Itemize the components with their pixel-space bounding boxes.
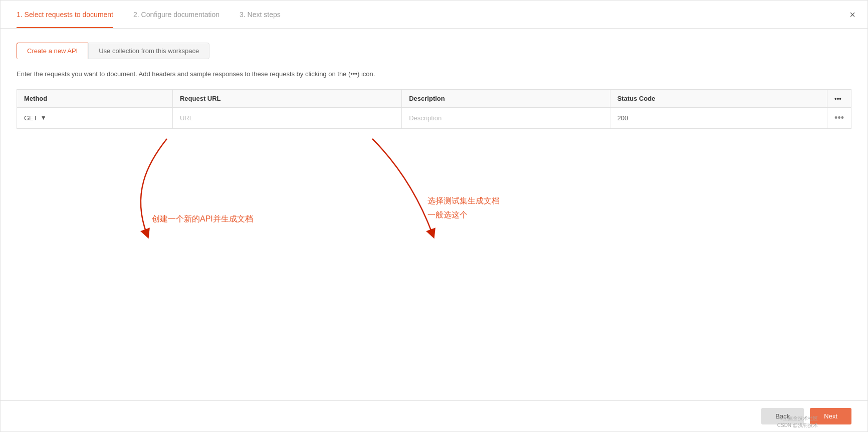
arrow-right-icon — [357, 134, 448, 244]
annotation-right-text: 选择测试集生成文档 一般选这个 — [427, 194, 500, 223]
table-row: GET ▼ URL Description 200 ••• — [17, 107, 851, 128]
method-label: GET — [24, 114, 38, 122]
create-new-api-button[interactable]: Create a new API — [17, 43, 88, 59]
col-method: Method — [17, 89, 173, 107]
method-cell: GET ▼ — [17, 107, 173, 128]
arrow-left-icon — [117, 134, 187, 244]
col-description: Description — [402, 89, 610, 107]
description-text: Enter the requests you want to document.… — [17, 69, 851, 79]
modal-body: Create a new API Use collection from thi… — [1, 29, 867, 400]
annotation-area: 创建一个新的API并生成文档 选择测试集生成文档 一般选这个 — [17, 134, 851, 274]
method-dropdown-icon[interactable]: ▼ — [41, 114, 47, 121]
description-cell[interactable]: Description — [402, 107, 610, 128]
tab-step2[interactable]: 2. Configure documentation — [133, 2, 220, 28]
row-actions-cell: ••• — [827, 107, 851, 128]
tab-step1[interactable]: 1. Select requests to document — [17, 2, 113, 28]
col-actions: ••• — [827, 89, 851, 107]
annotation-left-text: 创建一个新的API并生成文档 — [152, 214, 253, 225]
use-collection-button[interactable]: Use collection from this workspace — [88, 43, 209, 59]
table-header-row: Method Request URL Description Status Co… — [17, 89, 851, 107]
requests-table: Method Request URL Description Status Co… — [17, 89, 851, 129]
status-code-cell: 200 — [610, 107, 827, 128]
row-options-button[interactable]: ••• — [834, 113, 844, 123]
url-cell[interactable]: URL — [172, 107, 401, 128]
watermark: 稀土掘金技术社区 CSDN @浅羽技术 — [777, 415, 818, 429]
col-request-url: Request URL — [172, 89, 401, 107]
tab-button-group: Create a new API Use collection from thi… — [17, 43, 851, 59]
close-button[interactable]: × — [849, 9, 855, 20]
col-status-code: Status Code — [610, 89, 827, 107]
modal-header: 1. Select requests to document 2. Config… — [1, 1, 867, 29]
tab-step3[interactable]: 3. Next steps — [240, 2, 281, 28]
modal-footer: Back Next — [1, 400, 867, 431]
modal-container: 1. Select requests to document 2. Config… — [0, 0, 868, 432]
